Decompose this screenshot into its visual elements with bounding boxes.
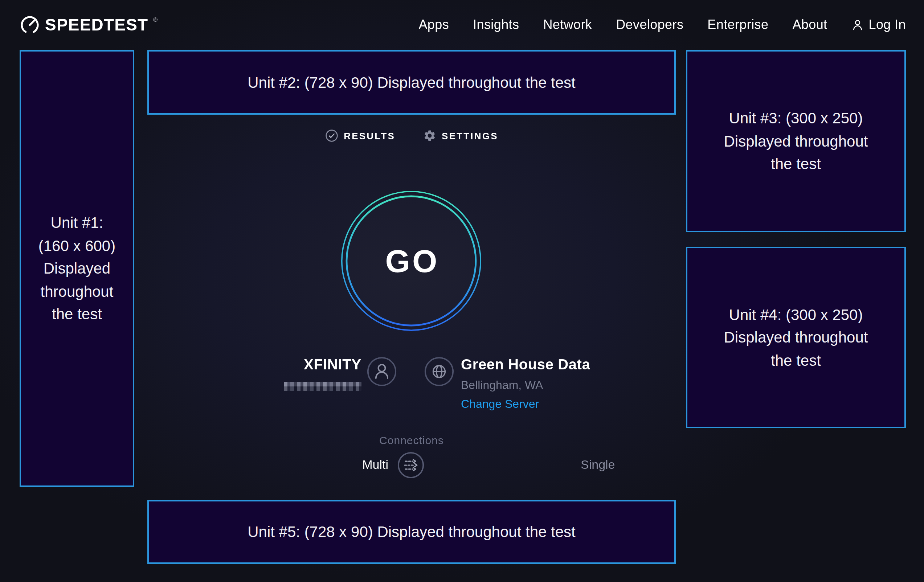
redacted-ip-text: [284, 382, 361, 391]
login-label: Log In: [869, 17, 906, 32]
tab-settings[interactable]: SETTINGS: [423, 129, 498, 142]
check-circle-icon: [325, 129, 338, 142]
ad-unit-2-text: Unit #2: (728 x 90) Displayed throughout…: [248, 71, 576, 94]
ad-unit-5-text: Unit #5: (728 x 90) Displayed throughout…: [248, 521, 576, 544]
logo-trademark: ®: [153, 16, 157, 23]
isp-name: XFINITY: [147, 356, 361, 373]
nav-item-apps[interactable]: Apps: [419, 17, 449, 32]
ad-unit-4[interactable]: Unit #4: (300 x 250) Displayed throughou…: [686, 247, 906, 428]
nav-item-developers[interactable]: Developers: [616, 17, 683, 32]
connections-single-option[interactable]: Single: [581, 458, 615, 472]
user-icon: [851, 18, 864, 31]
ad-unit-1-text: Unit #1: (160 x 600) Displayed throughou…: [38, 211, 116, 326]
isp-user-icon: [366, 356, 397, 387]
logo-text: SPEEDTEST: [45, 15, 148, 35]
top-nav-bar: SPEEDTEST ® Apps Insights Network Develo…: [0, 0, 924, 49]
connection-info: XFINITY Green House Data Bellingham, WA …: [147, 341, 676, 428]
speedtest-page: SPEEDTEST ® Apps Insights Network Develo…: [0, 0, 924, 582]
gear-icon: [423, 129, 436, 142]
tab-results[interactable]: RESULTS: [325, 129, 395, 142]
go-button[interactable]: GO: [340, 190, 482, 331]
connections-multi-option[interactable]: Multi: [147, 458, 388, 472]
nav-item-enterprise[interactable]: Enterprise: [707, 17, 768, 32]
ad-unit-4-text: Unit #4: (300 x 250) Displayed throughou…: [724, 303, 868, 372]
ad-unit-2[interactable]: Unit #2: (728 x 90) Displayed throughout…: [147, 50, 676, 115]
speedtest-logo[interactable]: SPEEDTEST ®: [20, 15, 157, 35]
tab-results-label: RESULTS: [344, 130, 395, 141]
test-tabs: RESULTS SETTINGS: [147, 129, 676, 142]
tab-settings-label: SETTINGS: [442, 130, 498, 141]
nav-menu: Apps Insights Network Developers Enterpr…: [419, 17, 906, 32]
change-server-link[interactable]: Change Server: [461, 398, 539, 411]
ad-unit-3-text: Unit #3: (300 x 250) Displayed throughou…: [724, 107, 868, 176]
nav-item-network[interactable]: Network: [543, 17, 592, 32]
speedometer-logo-icon: [20, 15, 40, 35]
connections-toggle-icon[interactable]: [397, 452, 425, 479]
connections-label: Connections: [147, 434, 676, 446]
ad-unit-1[interactable]: Unit #1: (160 x 600) Displayed throughou…: [20, 50, 134, 487]
login-link[interactable]: Log In: [851, 17, 906, 32]
go-label: GO: [383, 243, 439, 279]
multi-arrows-icon: [397, 452, 425, 479]
server-location: Bellingham, WA: [461, 379, 543, 392]
nav-item-insights[interactable]: Insights: [473, 17, 519, 32]
nav-item-about[interactable]: About: [792, 17, 827, 32]
ad-unit-5[interactable]: Unit #5: (728 x 90) Displayed throughout…: [147, 500, 676, 564]
ad-unit-3[interactable]: Unit #3: (300 x 250) Displayed throughou…: [686, 50, 906, 232]
server-name: Green House Data: [461, 356, 590, 373]
server-globe-icon: [424, 356, 454, 387]
